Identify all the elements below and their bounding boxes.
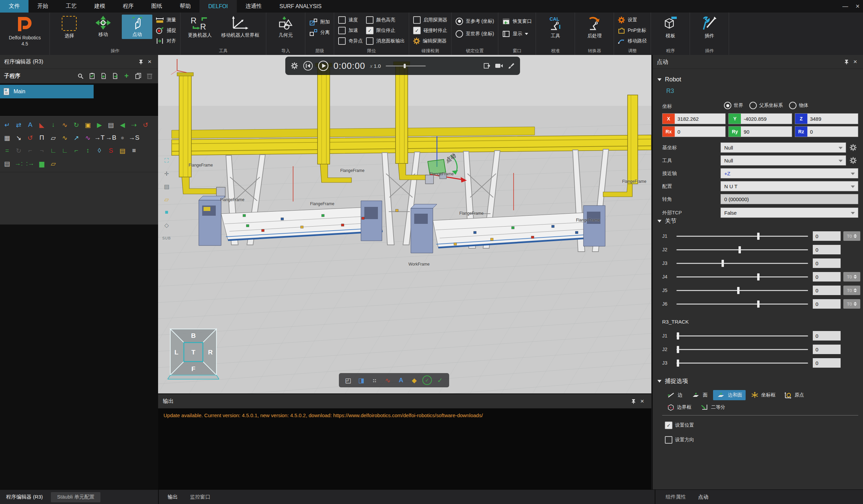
loop-icon[interactable]: ↻ [71,120,82,130]
branch-if-icon[interactable]: ∟ [59,146,71,156]
limit-checkbox-3[interactable]: ✓奇异点 [338,36,363,46]
to-sub-icon[interactable]: →S [128,133,140,143]
add-subprogram-icon[interactable]: + [122,72,131,80]
stop-icon[interactable]: S [105,146,117,156]
menu-tab-3[interactable]: 工艺 [57,0,86,13]
field-dropdown[interactable]: +Z [721,168,858,178]
limit-checkbox-5[interactable]: ✓限位停止 [366,26,405,35]
template-button[interactable]: 模板 [655,15,686,40]
return-icon[interactable]: ⌐ [71,146,82,156]
bottom-tab-output-2[interactable]: 监控窗口 [184,490,216,504]
turn-spinner[interactable]: T0 [843,299,860,308]
down-arrow-icon[interactable] [853,304,857,306]
snap-button[interactable]: 捕捉 [156,26,176,35]
up-arrow-icon[interactable] [853,275,857,276]
robot-section-header[interactable]: Robot [658,76,681,83]
print-icon[interactable]: ▤ [1,159,13,168]
slider-knob[interactable] [737,287,739,294]
coord-mode-radio-1[interactable]: 世界 [724,102,743,109]
grab-icon[interactable]: ▱ [48,159,59,168]
snap-option-3[interactable]: 边和面 [713,390,746,400]
wave-path-icon[interactable]: ∿ [59,133,71,143]
copy-subprogram-icon[interactable] [134,72,142,80]
settings-button[interactable]: 设置 [618,15,647,24]
grid-icon[interactable]: ▦ [1,133,13,143]
call-icon[interactable]: ↻ [13,146,24,156]
close-icon[interactable]: × [855,2,860,10]
comment-icon[interactable]: ≡ [128,146,140,156]
menu-tab-6[interactable]: 图纸 [142,0,171,13]
move-path-button[interactable]: 移动路径 [618,36,647,46]
signal-chart-icon[interactable]: ∿ [383,375,393,385]
close-panel-icon[interactable]: × [145,57,154,66]
field-dropdown[interactable]: False [721,207,858,218]
output-message[interactable]: Update available. Current version: 4.5.0… [158,408,651,422]
check-ok-icon[interactable]: ✓ [422,376,432,385]
geometry-button[interactable]: 几何元 [270,15,301,40]
search-icon[interactable] [76,72,85,80]
slider-knob[interactable] [738,246,741,253]
render-style-brush-icon[interactable] [508,62,515,69]
turn-spinner[interactable]: T0 [843,286,860,295]
play-icon[interactable] [318,60,329,71]
joint-slider[interactable] [676,336,808,337]
jog-button[interactable]: 点动 [122,15,152,39]
viewport-3d[interactable]: 点动 FlangeFrameFlangeFrameFlangeFrameFlan… [158,55,651,393]
move-button[interactable]: 移动 [88,15,118,39]
pnp-frame-button[interactable]: PnP坐标 [618,26,647,35]
up-arrow-icon[interactable] [853,288,857,290]
rotary-icon[interactable]: ↺ [24,133,36,143]
export-image-icon[interactable] [484,62,490,69]
select-mode-icon[interactable]: ◰ [343,375,353,385]
menu-tab-9[interactable]: 连通性 [237,0,271,13]
turn-spinner[interactable]: T0 [843,272,860,281]
detach-button[interactable]: 分离 [309,28,330,37]
joint-value[interactable]: 0 [813,344,841,354]
spline-icon[interactable]: ∿ [82,133,93,143]
field-dropdown[interactable]: Null [721,155,846,165]
snap-checkbox-1[interactable]: ✓设置位置 [665,420,694,430]
snap-option-7[interactable]: 二等分 [697,402,729,413]
down-arrow-icon[interactable] [853,277,857,279]
slider-knob[interactable] [677,332,679,340]
curve-move-icon[interactable]: ↘ [13,133,24,143]
slider-knob[interactable] [722,260,724,267]
restore-window-button[interactable]: 恢复窗口 [502,17,531,26]
minimize-icon[interactable]: — [842,3,848,10]
pan-icon[interactable]: ✛ [162,169,171,178]
menu-tab-10[interactable]: SURF ANALYSIS [271,0,330,13]
node-graph-icon[interactable]: ⠶ [370,375,379,385]
speed-slider[interactable] [386,65,426,66]
cube-view-icon[interactable]: ◇ [162,221,171,229]
assign-icon[interactable]: = [1,146,13,156]
snap-option-6[interactable]: 边界框 [664,402,695,413]
snap-option-2[interactable]: 面 [688,390,711,400]
wait-icon[interactable]: ◊ [93,146,105,156]
down-arrow-icon[interactable] [853,291,857,292]
joint-value[interactable]: 0 [813,358,841,368]
bottom-tab-left-2[interactable]: Stäubli 单元配置 [51,492,100,502]
stop-on-collision-checkbox[interactable]: ✓碰撞时停止 [413,26,447,35]
apply-check-icon[interactable]: ✓ [435,375,445,385]
lock-position-radio-1[interactable]: 至参考 (坐标) [455,17,494,26]
swap-icon[interactable]: ⇄ [13,120,24,130]
linear-move-icon[interactable]: ↗ [71,133,82,143]
limit-checkbox-4[interactable]: ✓颜色高亮 [366,15,405,24]
server-icon[interactable]: ▤ [105,120,117,130]
to-tool-icon[interactable]: →T [93,133,105,143]
clipboard-icon[interactable]: ▤ [117,146,128,156]
joint-value[interactable]: 0 [813,231,841,241]
enable-detector-checkbox[interactable]: ✓启用探测器 [413,15,447,24]
page-icon[interactable]: ▤ [162,182,171,191]
skip-to-start-icon[interactable] [303,61,313,71]
output-pin-icon[interactable] [629,397,638,406]
edit-detector-button[interactable]: 编辑探测器 [413,36,447,46]
joint-value[interactable]: 0 [813,331,841,341]
joint-slider[interactable] [676,363,808,364]
playback-settings-gear-icon[interactable] [291,62,298,70]
insert-down-icon[interactable]: ↓ [48,120,59,130]
cal-tools-button[interactable]: CAL 工具 [540,15,571,40]
pose-field-rx[interactable]: Rx0 [662,126,726,137]
track-section-header[interactable]: R3_TRACK [662,319,689,325]
coord-mode-radio-3[interactable]: 物体 [789,102,809,109]
